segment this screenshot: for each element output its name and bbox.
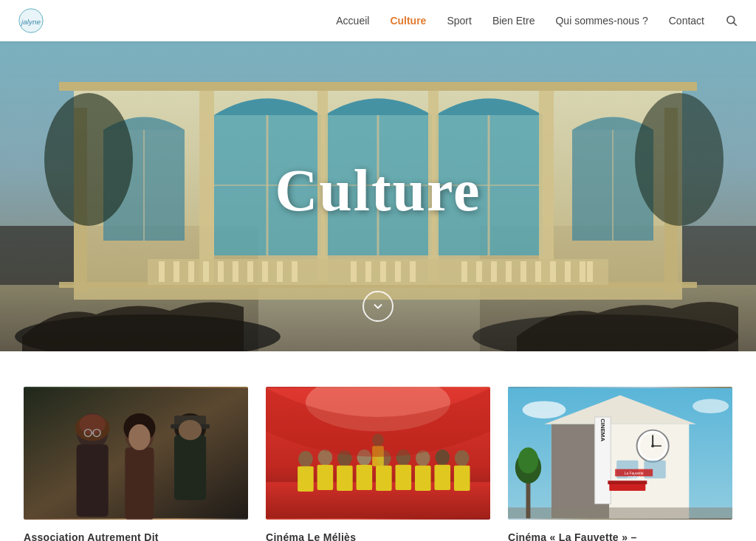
svg-rect-114 (608, 480, 647, 484)
svg-rect-50 (506, 261, 512, 282)
svg-rect-33 (173, 261, 179, 282)
hero-title: Culture (275, 157, 481, 224)
svg-rect-43 (365, 261, 371, 282)
card-image-3: CINEMA La Fauvette CINÉMA (508, 387, 732, 520)
site-logo[interactable]: jalyne (18, 7, 44, 34)
card-image-1 (24, 387, 248, 520)
card-title-3: Cinéma « La Fauvette » – (508, 520, 732, 541)
svg-rect-34 (188, 261, 194, 282)
card-image-2 (266, 387, 490, 520)
svg-rect-78 (24, 388, 248, 519)
main-nav: Accueil Culture Sport Bien Etre Qui somm… (336, 14, 738, 27)
svg-point-125 (518, 447, 538, 473)
svg-rect-97 (434, 465, 450, 490)
svg-rect-87 (337, 466, 353, 491)
svg-point-121 (693, 399, 729, 413)
svg-rect-37 (233, 261, 238, 282)
svg-rect-41 (292, 261, 298, 282)
site-header: jalyne Accueil Culture Sport Bien Etre Q… (0, 0, 756, 41)
svg-rect-99 (454, 466, 470, 491)
card-title-1: Association Autrement Dit (24, 520, 248, 541)
nav-item-bien-etre[interactable]: Bien Etre (492, 15, 535, 27)
svg-rect-42 (351, 261, 357, 282)
svg-rect-51 (520, 261, 526, 282)
svg-rect-38 (247, 261, 253, 282)
svg-text:CINEMA: CINEMA (599, 418, 606, 441)
card-cinema-fauvette[interactable]: CINEMA La Fauvette CINÉMA (508, 387, 732, 541)
svg-rect-49 (491, 261, 497, 282)
svg-text:jalyne: jalyne (20, 18, 41, 26)
svg-rect-52 (535, 261, 541, 282)
svg-rect-35 (203, 261, 209, 282)
svg-rect-54 (565, 261, 571, 282)
svg-rect-95 (415, 466, 431, 491)
card-cinema-melies[interactable]: Cinéma Le Méliès (266, 387, 490, 541)
svg-point-98 (455, 450, 470, 466)
svg-rect-47 (461, 261, 467, 282)
svg-rect-22 (539, 86, 554, 285)
svg-rect-19 (199, 86, 214, 285)
svg-rect-56 (587, 261, 593, 282)
svg-point-57 (44, 93, 133, 226)
svg-rect-55 (580, 261, 585, 282)
svg-rect-29 (59, 82, 697, 91)
svg-text:CINÉMA: CINÉMA (628, 475, 640, 480)
svg-rect-40 (277, 261, 283, 282)
nav-item-sport[interactable]: Sport (447, 15, 471, 27)
svg-rect-36 (218, 261, 224, 282)
scroll-down-button[interactable] (362, 291, 394, 322)
card-image-svg-3: CINEMA La Fauvette CINÉMA (508, 387, 732, 520)
search-icon[interactable] (725, 14, 738, 27)
card-image-svg-2 (266, 387, 490, 520)
svg-point-58 (635, 93, 724, 226)
svg-rect-44 (380, 261, 386, 282)
svg-point-2 (727, 16, 735, 24)
svg-text:La Fauvette: La Fauvette (625, 472, 644, 475)
svg-rect-45 (395, 261, 401, 282)
nav-item-culture[interactable]: Culture (390, 15, 426, 27)
hero-section: Culture (0, 41, 756, 351)
svg-point-110 (651, 444, 654, 447)
card-title-2: Cinéma Le Méliès (266, 520, 490, 541)
svg-rect-93 (396, 465, 412, 490)
svg-rect-83 (298, 466, 314, 492)
svg-point-120 (523, 401, 566, 418)
nav-item-accueil[interactable]: Accueil (336, 15, 369, 27)
chevron-down-icon (371, 299, 385, 314)
svg-rect-48 (476, 261, 482, 282)
svg-point-82 (298, 451, 313, 467)
svg-rect-32 (159, 261, 165, 282)
svg-line-3 (734, 23, 737, 26)
svg-rect-122 (508, 508, 732, 519)
svg-rect-53 (550, 261, 556, 282)
svg-rect-39 (262, 261, 268, 282)
svg-rect-85 (317, 465, 334, 490)
svg-rect-89 (357, 465, 373, 490)
card-image-svg-1 (24, 387, 248, 520)
logo-icon: jalyne (18, 7, 44, 34)
cards-section: Association Autrement Dit (0, 351, 756, 541)
nav-item-contact[interactable]: Contact (669, 15, 704, 27)
svg-rect-46 (410, 261, 416, 282)
nav-item-qui-sommes-nous[interactable]: Qui sommes-nous ? (555, 15, 647, 27)
card-association-autrement-dit[interactable]: Association Autrement Dit (24, 387, 248, 541)
svg-point-96 (435, 449, 450, 466)
svg-rect-91 (376, 466, 392, 491)
